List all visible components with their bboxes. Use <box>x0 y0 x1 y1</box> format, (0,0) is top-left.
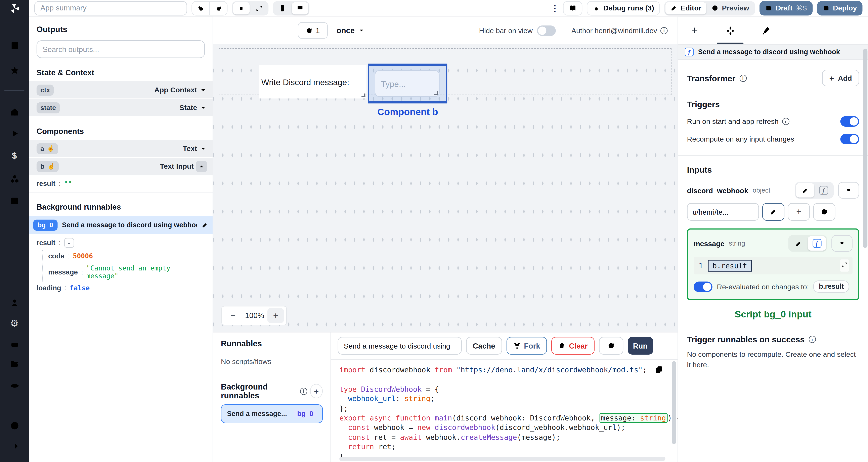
schedules-icon[interactable] <box>8 194 21 207</box>
expression-editor[interactable]: 1 b.result <box>693 257 852 274</box>
connect-plug-button[interactable] <box>838 182 859 199</box>
clear-x-icon[interactable] <box>747 209 753 215</box>
info-icon[interactable]: i <box>808 336 816 343</box>
overflow-menu-icon[interactable]: ⋮ <box>551 3 559 13</box>
tab-editor[interactable]: Editor <box>665 2 706 14</box>
comp-b-result-row: result : "" <box>29 175 213 192</box>
eval-mode-button[interactable]: f <box>814 183 833 198</box>
fork-icon <box>513 342 521 350</box>
windmill-logo[interactable] <box>8 2 21 15</box>
variables-icon[interactable]: $ <box>8 150 21 163</box>
favorites-star-icon[interactable] <box>8 64 21 77</box>
audit-eye-icon[interactable] <box>8 379 21 392</box>
recompute-label: Recompute on any input changes <box>687 135 794 143</box>
deploy-button[interactable]: Deploy <box>817 1 863 15</box>
info-icon[interactable]: i <box>660 27 668 34</box>
fork-button[interactable]: Fork <box>506 337 547 355</box>
runnable-item-bg0[interactable]: Send a message... bg_0 <box>221 404 323 423</box>
mobile-view-button[interactable] <box>274 2 291 14</box>
chevron-up-icon[interactable] <box>196 161 207 172</box>
home-icon[interactable] <box>8 105 21 118</box>
reload-resource-button[interactable] <box>813 203 835 221</box>
edit-resource-button[interactable] <box>762 203 784 221</box>
output-row-component-a[interactable]: a☝ Text <box>29 140 213 158</box>
frequency-dropdown[interactable]: once <box>337 26 365 35</box>
app-summary-input[interactable] <box>34 1 187 15</box>
draft-button[interactable]: Draft ⌘S <box>760 1 812 15</box>
tab-styling[interactable] <box>759 24 772 37</box>
run-button[interactable]: Run <box>627 337 653 355</box>
chevron-down-icon[interactable] <box>199 86 207 94</box>
resize-handle[interactable] <box>362 94 365 97</box>
output-row-state[interactable]: state State <box>29 99 213 117</box>
center-layout-button[interactable] <box>233 2 250 14</box>
static-mode-button[interactable] <box>789 236 808 251</box>
resource-picker[interactable]: u/henri/te... <box>687 203 759 221</box>
connect-plug-button[interactable] <box>831 235 852 252</box>
runs-icon[interactable] <box>8 127 21 140</box>
zoom-in-button[interactable]: + <box>268 308 284 323</box>
cache-button[interactable]: Cache <box>466 337 502 355</box>
workers-bot-icon[interactable] <box>8 337 21 351</box>
add-label: Add <box>838 74 852 82</box>
clear-button[interactable]: Clear <box>551 337 594 355</box>
bg0-badge: bg_0 <box>33 219 58 230</box>
copy-code-icon[interactable] <box>654 365 663 376</box>
text-input-component[interactable]: Type... <box>375 70 439 97</box>
info-icon[interactable]: i <box>782 118 789 125</box>
reeval-target-badge[interactable]: b.result <box>813 280 849 293</box>
undo-redo-group <box>191 1 227 15</box>
resources-icon[interactable] <box>8 172 21 185</box>
folders-icon[interactable] <box>8 357 21 371</box>
comp-b-type: Text Input <box>160 162 194 170</box>
tab-component-settings[interactable] <box>723 24 737 37</box>
settings-gear-icon[interactable]: ⚙ <box>8 317 21 330</box>
reeval-toggle[interactable] <box>693 281 712 292</box>
info-icon[interactable]: i <box>739 74 747 82</box>
code-vertical-scrollbar[interactable] <box>672 361 676 444</box>
create-resource-button[interactable]: + <box>788 203 810 221</box>
static-mode-button[interactable] <box>796 183 814 198</box>
collapse-sidebar-arrow-icon[interactable] <box>8 439 21 453</box>
edit-pencil-icon[interactable] <box>202 222 208 228</box>
tab-preview[interactable]: Preview <box>707 2 754 14</box>
code-editor[interactable]: import discordwebhook from "https://deno… <box>331 359 678 462</box>
refresh-count-button[interactable]: 1 <box>298 22 328 39</box>
script-name-input[interactable]: Send a message to discord using <box>338 337 462 355</box>
add-background-runnable-button[interactable]: + <box>310 384 323 398</box>
inspector-scrollbar[interactable] <box>863 48 867 248</box>
resize-handle[interactable] <box>434 91 438 95</box>
zoom-out-button[interactable]: − <box>224 308 242 323</box>
info-icon[interactable]: i <box>300 388 307 395</box>
preview-tab-label: Preview <box>722 4 749 12</box>
code-horizontal-scrollbar[interactable] <box>339 457 665 461</box>
chevron-down-icon[interactable] <box>199 144 207 153</box>
redo-button[interactable] <box>210 1 227 15</box>
expand-editor-icon[interactable] <box>840 259 849 272</box>
undo-button[interactable] <box>192 1 209 15</box>
fullscreen-layout-button[interactable] <box>251 2 268 14</box>
recompute-toggle[interactable] <box>840 134 859 144</box>
users-icon[interactable] <box>8 296 21 309</box>
hide-bar-toggle[interactable] <box>537 25 556 36</box>
docs-book-button[interactable] <box>563 1 582 15</box>
debug-runs-button[interactable]: Debug runs (3) <box>587 1 660 15</box>
output-row-ctx[interactable]: ctx App Context <box>29 81 213 99</box>
desktop-view-button[interactable] <box>292 2 308 14</box>
add-transformer-button[interactable]: + Add <box>822 70 859 86</box>
bg0-row[interactable]: bg_0 Send a message to discord using web… <box>29 216 213 234</box>
tab-insert-component[interactable]: + <box>688 24 702 37</box>
selected-component-b[interactable]: Type... <box>368 64 447 103</box>
app-canvas[interactable]: Write Discord message: Type... Component… <box>213 44 678 332</box>
search-outputs-input[interactable] <box>37 40 205 58</box>
run-on-start-toggle[interactable] <box>840 116 859 127</box>
refresh-code-button[interactable] <box>599 337 623 355</box>
help-icon[interactable] <box>8 419 21 432</box>
output-row-component-b[interactable]: b☝ Text Input <box>29 158 213 175</box>
workspace-icon[interactable] <box>8 39 21 52</box>
chevron-down-icon[interactable] <box>199 104 207 112</box>
expression-value[interactable]: b.result <box>708 260 752 271</box>
bg0-result-collapse[interactable]: - <box>64 238 74 248</box>
text-component-a[interactable]: Write Discord message: <box>259 65 366 98</box>
eval-mode-button[interactable]: f <box>808 236 826 251</box>
